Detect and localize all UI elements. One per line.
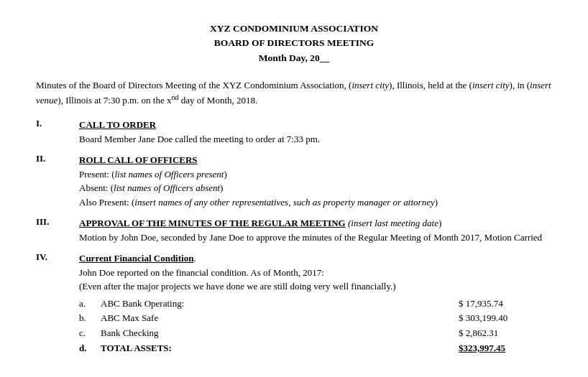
section-2-absent-insert: list names of Officers absent xyxy=(114,182,220,193)
section-1-heading: CALL TO ORDER xyxy=(79,119,156,130)
intro-text-after-venue: ), Illinois at 7:30 p.m. on the x xyxy=(58,96,171,106)
section-4-intro: John Doe reported on the financial condi… xyxy=(79,267,324,278)
section-2-absent-close: ) xyxy=(220,182,223,193)
section-1-number: I. xyxy=(36,118,79,146)
fi-name-b: ABC Max Safe xyxy=(101,311,459,326)
header-line3: Month Day, 20__ xyxy=(36,51,552,65)
fi-letter-d: d. xyxy=(79,341,101,356)
financial-row-c: c. Bank Checking $ 2,862.31 xyxy=(79,326,552,341)
fi-amount-a: $ 17,935.74 xyxy=(459,297,552,312)
section-3-heading: APPROVAL OF THE MINUTES OF THE REGULAR M… xyxy=(79,218,346,228)
section-2-present-close: ) xyxy=(224,169,226,180)
section-2-content: ROLL CALL OF OFFICERS Present: (list nam… xyxy=(79,153,552,209)
document-page: XYZ CONDOMINIUM ASSOCIATION BOARD OF DIR… xyxy=(0,0,588,377)
intro-text-end: day of Month, 2018. xyxy=(178,96,257,106)
section-2-present-insert: list names of Officers present xyxy=(114,169,224,180)
section-3-number: III. xyxy=(36,216,79,244)
intro-superscript: nd xyxy=(171,93,178,101)
fi-letter-a: a. xyxy=(79,297,101,312)
header-line2: BOARD OF DIRECTORS MEETING xyxy=(36,36,552,50)
section-2-also-label: Also Present: ( xyxy=(79,197,134,208)
section-1-content: CALL TO ORDER Board Member Jane Doe call… xyxy=(79,118,552,146)
section-1: I. CALL TO ORDER Board Member Jane Doe c… xyxy=(36,118,552,146)
section-4-content: Current Financial Condition. John Doe re… xyxy=(79,251,552,356)
header-title: XYZ CONDOMINIUM ASSOCIATION BOARD OF DIR… xyxy=(36,22,552,65)
financial-row-b: b. ABC Max Safe $ 303,199.40 xyxy=(79,311,552,326)
section-3-insert-italic: (insert last meeting date xyxy=(346,218,438,228)
fi-letter-c: c. xyxy=(79,326,101,341)
section-3-content: APPROVAL OF THE MINUTES OF THE REGULAR M… xyxy=(79,216,552,244)
section-1-body: Board Member Jane Doe called the meeting… xyxy=(79,134,320,144)
intro-text-after-city2: ), in ( xyxy=(510,80,530,90)
section-2: II. ROLL CALL OF OFFICERS Present: (list… xyxy=(36,153,552,209)
document-header: XYZ CONDOMINIUM ASSOCIATION BOARD OF DIR… xyxy=(36,22,552,65)
fi-amount-d: $323,997.45 xyxy=(459,341,552,356)
intro-insert-city2: insert city xyxy=(472,80,510,90)
section-2-number: II. xyxy=(36,153,79,209)
section-4: IV. Current Financial Condition. John Do… xyxy=(36,251,552,356)
section-2-also-insert: insert names of any other representative… xyxy=(134,197,434,208)
header-line1: XYZ CONDOMINIUM ASSOCIATION xyxy=(36,22,552,36)
section-4-note: (Even after the major projects we have d… xyxy=(79,281,396,292)
section-3-body: Motion by John Doe, seconded by Jane Doe… xyxy=(79,232,542,243)
section-2-also-close: ) xyxy=(435,197,438,208)
fi-name-d: TOTAL ASSETS: xyxy=(101,341,459,356)
financial-row-d: d. TOTAL ASSETS: $323,997.45 xyxy=(79,341,552,356)
intro-insert-city1: insert city xyxy=(352,80,389,90)
fi-name-c: Bank Checking xyxy=(101,326,459,341)
section-4-heading: Current Financial Condition xyxy=(79,253,193,264)
intro-text-after-city1: ), Illinois, held at the ( xyxy=(389,80,472,90)
fi-letter-b: b. xyxy=(79,311,101,326)
fi-amount-c: $ 2,862.31 xyxy=(459,326,552,341)
section-2-present-label: Present: ( xyxy=(79,169,114,180)
intro-paragraph: Minutes of the Board of Directors Meetin… xyxy=(36,78,552,108)
financial-row-a: a. ABC Bank Operating: $ 17,935.74 xyxy=(79,297,552,312)
fi-name-a: ABC Bank Operating: xyxy=(101,297,459,312)
section-3: III. APPROVAL OF THE MINUTES OF THE REGU… xyxy=(36,216,552,244)
financial-table: a. ABC Bank Operating: $ 17,935.74 b. AB… xyxy=(79,297,552,356)
section-4-number: IV. xyxy=(36,251,79,356)
intro-text-before-city1: Minutes of the Board of Directors Meetin… xyxy=(36,80,352,90)
section-4-heading-period: . xyxy=(193,253,196,264)
section-2-heading: ROLL CALL OF OFFICERS xyxy=(79,154,198,165)
fi-amount-b: $ 303,199.40 xyxy=(459,311,552,326)
section-2-absent-label: Absent: ( xyxy=(79,182,114,193)
section-3-insert-close: ) xyxy=(438,218,441,228)
